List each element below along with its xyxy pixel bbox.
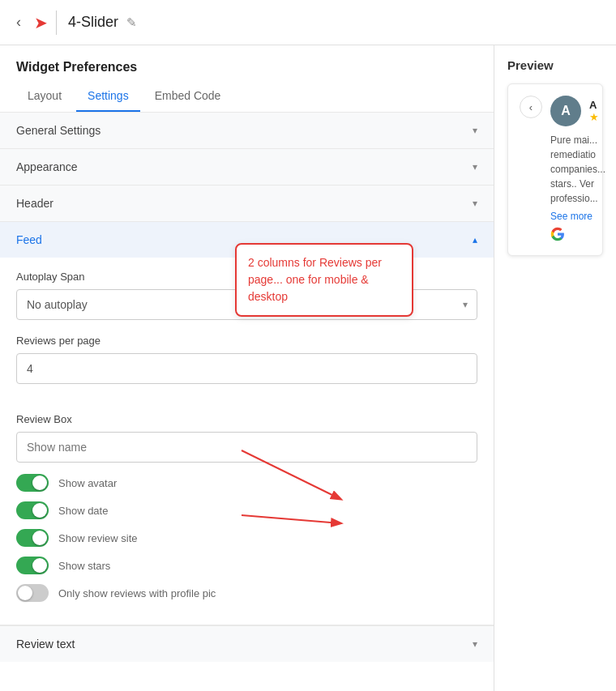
preview-card: ‹ A A ★ Pure mai...remediatiocompanies..…: [507, 83, 603, 256]
edit-icon[interactable]: ✎: [126, 15, 137, 30]
page-title: 4-Slider: [68, 14, 118, 31]
only-profile-pic-toggle[interactable]: [16, 584, 49, 602]
toggle-item-date: Show date: [16, 501, 477, 519]
show-review-site-label: Show review site: [58, 532, 138, 544]
show-stars-toggle[interactable]: [16, 557, 49, 574]
accordion-appearance-label: Appearance: [16, 160, 78, 173]
reviews-per-page-label: Reviews per page: [16, 335, 477, 347]
tab-settings[interactable]: Settings: [76, 83, 140, 112]
avatar: A: [550, 96, 581, 126]
accordion-appearance-header[interactable]: Appearance ▾: [0, 149, 494, 185]
accordion-header-header[interactable]: Header ▾: [0, 186, 494, 221]
reviews-per-page-input[interactable]: [16, 353, 477, 384]
accordion-header-label: Header: [16, 197, 53, 210]
only-profile-pic-label: Only show reviews with profile pic: [58, 587, 216, 599]
preview-title: Preview: [507, 58, 603, 72]
see-more-link[interactable]: See more: [550, 211, 605, 222]
preview-user-row: A A ★: [550, 96, 605, 126]
chevron-down-icon: ▾: [473, 125, 477, 136]
chevron-down-icon-review-text: ▾: [473, 638, 477, 650]
top-bar: ‹ ➤ 4-Slider ✎: [0, 0, 616, 45]
chevron-down-icon-header: ▾: [473, 198, 477, 209]
accordion-feed-label: Feed: [16, 233, 42, 246]
vertical-divider: [56, 11, 57, 35]
toggle-item-review-site: Show review site: [16, 529, 477, 547]
toggle-item-avatar: Show avatar: [16, 474, 477, 492]
star-rating: ★: [589, 111, 599, 123]
accordion-general-header[interactable]: General Settings ▾: [0, 113, 494, 148]
show-avatar-label: Show avatar: [58, 477, 117, 489]
show-name-input[interactable]: [16, 432, 477, 463]
accordion-appearance: Appearance ▾: [0, 149, 494, 186]
main-layout: Widget Preferences Layout Settings Embed…: [0, 45, 616, 691]
tab-embed-code[interactable]: Embed Code: [143, 83, 233, 112]
review-box-label: Review Box: [16, 413, 477, 425]
settings-scroll-area: General Settings ▾ Appearance ▾ Header ▾: [0, 113, 494, 691]
tab-layout[interactable]: Layout: [16, 83, 73, 112]
widget-prefs-title: Widget Preferences: [0, 45, 494, 83]
show-avatar-toggle[interactable]: [16, 474, 49, 492]
show-date-label: Show date: [58, 505, 108, 517]
accordion-general-settings: General Settings ▾: [0, 113, 494, 149]
show-review-site-toggle[interactable]: [16, 529, 49, 547]
toggle-item-stars: Show stars: [16, 557, 477, 574]
right-panel: Preview ‹ A A ★ Pure mai...remediatiocom…: [494, 45, 616, 691]
review-text-preview: Pure mai...remediatiocompanies...stars..…: [550, 133, 605, 206]
back-button[interactable]: ‹: [13, 11, 24, 34]
review-text-label: Review text: [16, 638, 75, 650]
review-box-section: Review Box: [16, 413, 477, 463]
show-name-input-wrapper: [16, 432, 477, 463]
location-icon: ➤: [34, 13, 48, 32]
toggle-list: Show avatar Show date Show review site: [16, 474, 477, 602]
left-panel: Widget Preferences Layout Settings Embed…: [0, 45, 494, 691]
prev-arrow-button[interactable]: ‹: [520, 96, 542, 118]
tabs-bar: Layout Settings Embed Code: [0, 83, 494, 113]
review-text-header[interactable]: Review text ▾: [0, 625, 494, 662]
accordion-general-label: General Settings: [16, 124, 101, 137]
chevron-down-icon-appearance: ▾: [473, 161, 477, 173]
accordion-header: Header ▾: [0, 186, 494, 222]
user-name: A: [589, 99, 599, 111]
toggle-item-profile-pic: Only show reviews with profile pic: [16, 584, 477, 602]
google-icon: [550, 227, 605, 244]
user-info: A ★: [589, 99, 599, 123]
show-date-toggle[interactable]: [16, 501, 49, 519]
chevron-up-icon-feed: ▴: [473, 234, 477, 245]
show-stars-label: Show stars: [58, 560, 110, 572]
